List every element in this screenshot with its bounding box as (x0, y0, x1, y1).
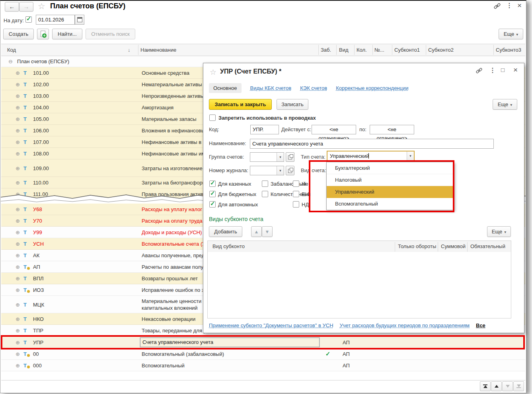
dropdown-item-Управленческий[interactable]: Управленческий (327, 186, 454, 198)
kebab-menu-icon[interactable]: ⋮ (506, 2, 513, 9)
dropdown-item-Налоговый[interactable]: Налоговый (327, 174, 454, 186)
calendar-button[interactable] (75, 15, 84, 25)
scroll-to-top-button[interactable] (480, 381, 491, 391)
flag-checkbox-Количественный[interactable] (262, 191, 268, 197)
create-button[interactable]: Создать (3, 29, 34, 39)
valid-to-input[interactable]: <не ограничено> (370, 125, 414, 134)
type-combo[interactable]: Управленческий ▾ (327, 151, 415, 161)
cancel-search-button[interactable]: Отменить поиск (86, 29, 135, 39)
table-row-00[interactable]: ⊕Т00Вспомогательный (забалансовый)✓АП (1, 348, 525, 360)
date-input[interactable]: 01.01.2026 (36, 15, 75, 25)
expand-icon[interactable]: ⊕ (16, 301, 20, 307)
dropdown-item-Вспомогательный[interactable]: Вспомогательный (327, 198, 454, 210)
find-button[interactable]: Найти... (52, 29, 82, 39)
collapse-icon[interactable]: ⊖ (8, 58, 13, 64)
scroll-up-button[interactable] (491, 381, 502, 391)
dialog-close-icon[interactable]: × (513, 66, 518, 74)
link-all[interactable]: Все (476, 322, 485, 328)
chevron-down-icon[interactable]: ▾ (277, 166, 284, 175)
link-icon[interactable] (493, 2, 501, 12)
journal-combo[interactable]: ▾ (250, 166, 284, 175)
expand-icon[interactable]: ⊕ (16, 128, 20, 134)
column-sub3[interactable]: Субконто3 (496, 44, 521, 56)
flag-checkbox-ЕН[interactable] (293, 191, 299, 197)
subkonto-more-button[interactable]: Еще▾ (487, 226, 511, 237)
dropdown-item-Бухгалтерский[interactable]: Бухгалтерский (327, 162, 454, 174)
expand-icon[interactable]: ⊕ (16, 229, 20, 235)
expand-icon[interactable]: ⊕ (16, 180, 20, 186)
expand-icon[interactable]: ⊕ (16, 287, 20, 293)
tab-main[interactable]: Основное (209, 83, 242, 93)
close-window-icon[interactable]: × (517, 1, 522, 10)
save-button[interactable]: Записать (277, 99, 308, 110)
link-future-expenses[interactable]: Учет расходов будущих периодов по подраз… (340, 322, 470, 328)
chevron-down-icon[interactable]: ▾ (407, 151, 414, 161)
expand-icon[interactable]: ⊕ (16, 351, 20, 357)
dialog-more-button[interactable]: Еще▾ (493, 99, 517, 110)
date-checkbox[interactable]: ✓ (25, 16, 32, 23)
expand-icon[interactable]: ⊕ (16, 241, 20, 247)
scroll-to-bottom-button[interactable] (513, 381, 524, 391)
chevron-down-icon[interactable]: ▾ (277, 153, 284, 161)
table-row-УПР[interactable]: ⊕ТУПРСчета управленческого учетаАП (1, 336, 525, 348)
flag-checkbox-Для бюджетных[interactable]: ✓ (209, 191, 216, 197)
column-name[interactable]: Наименование (140, 44, 176, 56)
scroll-down-button[interactable] (502, 381, 513, 391)
tab-kek[interactable]: КЭК счетов (300, 85, 327, 91)
journal-open-button[interactable] (286, 166, 294, 175)
flag-checkbox-Для казенных[interactable]: ✓ (209, 181, 216, 187)
subkonto-table-header[interactable]: Вид субконто Только обороты Суммовой Обя… (207, 241, 511, 252)
expand-icon[interactable]: ⊕ (16, 151, 20, 157)
column-kol[interactable]: Кол. (357, 44, 367, 56)
link-subkonto-usn[interactable]: Применение субконто "Документы расчетов"… (209, 322, 333, 328)
move-up-button[interactable]: ▲ (251, 226, 262, 237)
subkonto-table-body[interactable] (207, 252, 511, 318)
column-zab[interactable]: Заб. (321, 44, 331, 56)
forbid-postings-checkbox[interactable] (209, 115, 216, 121)
flag-checkbox-НД[interactable] (293, 201, 299, 208)
tab-correspondence[interactable]: Корректные корреспонденции (336, 85, 408, 91)
dialog-maximize-icon[interactable]: □ (501, 66, 505, 73)
valid-from-input[interactable]: <не ограничено> (312, 125, 356, 134)
expand-icon[interactable]: ⊕ (16, 276, 20, 281)
expand-icon[interactable]: ⊕ (16, 70, 20, 76)
column-sub1[interactable]: Субконто1 (394, 44, 420, 56)
nav-back-button[interactable]: ← (5, 2, 19, 12)
column-vid[interactable]: Вид (339, 44, 349, 56)
expand-icon[interactable]: ⊕ (16, 93, 20, 99)
expand-icon[interactable]: ⊕ (16, 165, 20, 171)
create-folder-button[interactable] (37, 29, 49, 39)
dialog-link-icon[interactable] (475, 67, 483, 76)
expand-icon[interactable]: ⊕ (16, 328, 20, 334)
tab-kbk[interactable]: Виды КБК счетов (250, 85, 292, 91)
group-combo[interactable]: ▾ (250, 152, 284, 162)
expand-icon[interactable]: ⊕ (16, 218, 20, 224)
expand-icon[interactable]: ⊕ (16, 105, 20, 111)
save-and-close-button[interactable]: Записать и закрыть (209, 99, 272, 110)
group-open-button[interactable] (286, 152, 294, 162)
column-num[interactable]: №... (374, 44, 384, 56)
expand-icon[interactable]: ⊕ (16, 339, 20, 345)
account-name-editbox[interactable]: Счета управленческого учета (140, 338, 320, 347)
expand-icon[interactable]: ⊕ (16, 363, 20, 369)
expand-icon[interactable]: ⊕ (16, 252, 20, 258)
dialog-kebab-icon[interactable]: ⋮ (489, 66, 496, 74)
column-sub2[interactable]: Субконто2 (428, 44, 454, 56)
move-down-button[interactable]: ▼ (262, 226, 273, 237)
expand-icon[interactable]: ⊕ (16, 139, 20, 145)
flag-checkbox-Для автономных[interactable]: ✓ (209, 201, 216, 208)
table-header[interactable]: Код ↓ Наименование Заб. Вид Кол. №... Су… (1, 44, 525, 56)
expand-icon[interactable]: ⊕ (16, 316, 20, 322)
favorite-star-icon[interactable]: ☆ (38, 2, 45, 11)
name-input[interactable]: Счета управленческого учета (250, 139, 494, 149)
table-row-000[interactable]: ⊕Т000ВспомогательныйАП (1, 360, 525, 371)
expand-icon[interactable]: ⊕ (16, 116, 20, 122)
flag-checkbox-Не[interactable] (293, 181, 299, 187)
code-input[interactable]: УПР. (250, 125, 279, 134)
add-subkonto-button[interactable]: Добавить (209, 226, 242, 237)
expand-icon[interactable]: ⊕ (16, 206, 20, 212)
column-code[interactable]: Код (7, 44, 16, 56)
dialog-favorite-star-icon[interactable]: ☆ (210, 68, 216, 77)
flag-checkbox-Забалансовый[interactable] (262, 181, 268, 187)
expand-icon[interactable]: ⊕ (16, 82, 20, 87)
